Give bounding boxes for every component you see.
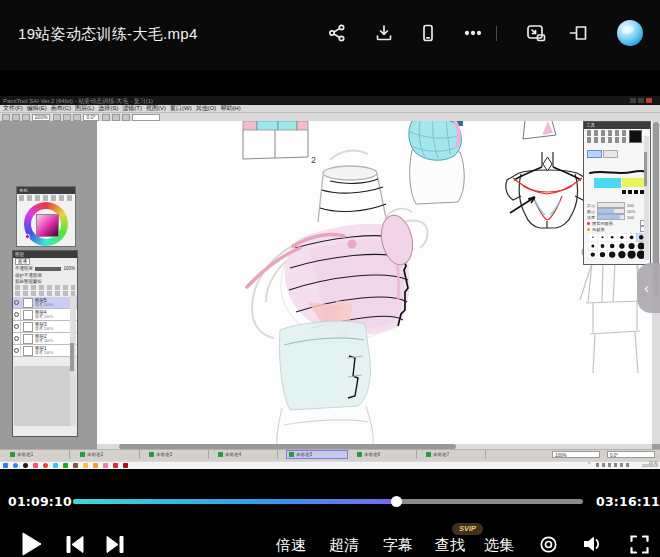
file-tab[interactable]: 未命名3 — [147, 450, 209, 459]
canvas-drawing: 2 — [0, 96, 660, 469]
layer-row-selected[interactable]: 图层5普通 100% — [13, 297, 77, 309]
visibility-icon[interactable] — [13, 345, 21, 356]
status-angle-field[interactable]: 0.0° — [607, 451, 655, 458]
progress-bar[interactable] — [73, 499, 583, 504]
opacity-slider[interactable] — [35, 267, 61, 271]
file-icon — [10, 452, 15, 457]
taskbar-app-icon[interactable] — [113, 463, 118, 468]
layer-row[interactable]: 图层2普通 100% — [13, 333, 77, 345]
chevron-left-icon: ‹ — [644, 280, 649, 296]
layer-thumbnail — [23, 346, 33, 356]
file-icon — [218, 452, 223, 457]
playlist-side-tab[interactable]: ‹ — [637, 263, 660, 313]
brush-chip-selected[interactable] — [587, 150, 602, 158]
taskbar-app-icon[interactable] — [53, 463, 58, 468]
quality-button[interactable]: 超清 — [329, 536, 359, 555]
taskbar-app-icon[interactable] — [33, 463, 38, 468]
brush-chip[interactable] — [603, 150, 618, 158]
visibility-icon[interactable] — [13, 321, 21, 332]
progress-knob[interactable] — [391, 496, 402, 507]
player-top-bar: 19站姿动态训练-大毛.mp4 — [0, 0, 660, 70]
cyan-color-swatch[interactable] — [594, 178, 621, 188]
previous-button[interactable] — [66, 536, 85, 557]
layer-option-1[interactable]: 保护不透明度 — [15, 273, 42, 278]
avatar-highlight — [621, 24, 635, 36]
taskbar-app-icon[interactable] — [93, 463, 98, 468]
foreground-color-swatch[interactable] — [629, 130, 642, 143]
volume-icon[interactable] — [582, 534, 603, 557]
taskbar-app-icon[interactable] — [103, 463, 108, 468]
hue-marker — [25, 234, 30, 239]
taskbar-app-icon[interactable] — [73, 463, 78, 468]
episodes-button[interactable]: 选集 — [484, 536, 514, 555]
file-tab[interactable]: 未命名7 — [424, 450, 486, 459]
progress-played — [73, 499, 397, 504]
visibility-icon[interactable] — [13, 309, 21, 320]
layer-option-2[interactable]: 剪贴图层蒙版 — [15, 279, 42, 284]
avatar[interactable] — [617, 20, 643, 46]
taskbar-app-icon[interactable] — [43, 463, 48, 468]
saturation-square[interactable] — [36, 214, 59, 237]
current-time: 01:09:10 — [8, 494, 72, 509]
phone-icon[interactable] — [415, 20, 441, 46]
color-wheel-panel[interactable]: 色轮 — [16, 186, 76, 247]
taskbar-app-icon[interactable] — [63, 463, 68, 468]
brush-size-grid[interactable] — [588, 233, 646, 259]
brush-stroke-preview — [588, 169, 648, 176]
visibility-icon[interactable] — [13, 333, 21, 344]
file-icon — [289, 452, 294, 457]
tool-icon-row[interactable] — [587, 137, 627, 143]
system-tray-icons[interactable] — [596, 463, 632, 467]
layer-thumbnail — [23, 334, 33, 344]
file-tab[interactable]: 未命名4 — [216, 450, 278, 459]
taskbar-app-icon[interactable] — [23, 463, 28, 468]
layer-thumbnail — [23, 310, 33, 320]
brush-texture-section[interactable]: 无材质 — [584, 226, 650, 232]
pip-icon[interactable] — [523, 20, 549, 46]
next-button[interactable] — [106, 536, 125, 557]
speed-button[interactable]: 倍速 — [276, 536, 306, 555]
layers-panel[interactable]: 图层 普通 不透明度 100% 保护不透明度 剪贴图层蒙版 图层5普通 100%… — [12, 250, 78, 437]
video-title: 19站姿动态训练-大毛.mp4 — [18, 25, 198, 44]
file-tab[interactable]: 未命名1 — [8, 450, 70, 459]
play-button[interactable] — [22, 532, 42, 557]
taskbar-clock[interactable]: 22:41 2023/6/18 — [634, 462, 658, 470]
file-tab[interactable]: 未命名6 — [355, 450, 417, 459]
file-tab-selected[interactable]: 未命名5 — [286, 450, 348, 459]
taskbar-app-icon[interactable] — [3, 463, 8, 468]
slider-value: 100 — [627, 203, 634, 208]
tray-caret[interactable]: ^ — [588, 461, 590, 467]
layer-toolbar-row[interactable] — [15, 285, 75, 290]
layer-row[interactable]: 图层1普通 100% — [13, 345, 77, 357]
file-tab[interactable]: 未命名2 — [78, 450, 140, 459]
slider-label: 浓度 — [587, 215, 595, 220]
download-icon[interactable] — [371, 20, 397, 46]
more-icon[interactable] — [460, 20, 486, 46]
brush-mode-row[interactable] — [584, 144, 650, 162]
total-time: 03:16:11 — [596, 494, 656, 509]
fullscreen-icon[interactable] — [630, 535, 649, 557]
layer-thumbnail — [23, 322, 33, 332]
tools-panel[interactable]: 工具 大小 100 最小 50% 浓度 100 通常的圆形 无材质 — [583, 121, 651, 265]
layer-toolbar-row[interactable] — [15, 291, 75, 296]
slider-value: 50% — [627, 209, 635, 214]
share-icon[interactable] — [324, 20, 350, 46]
opacity-brush-slider[interactable] — [597, 214, 625, 220]
mini-window-icon[interactable] — [566, 20, 592, 46]
tools-panel-title: 工具 — [584, 122, 650, 129]
subtitles-button[interactable]: 字幕 — [383, 536, 413, 555]
status-zoom-field[interactable]: 100% — [552, 451, 600, 458]
taskbar-app-icon[interactable] — [83, 463, 88, 468]
find-button[interactable]: 查找 — [435, 536, 465, 555]
layers-scrollbar[interactable] — [70, 296, 76, 426]
layer-row[interactable]: 图层4普通 100% — [13, 309, 77, 321]
color-panel-tabs[interactable] — [19, 195, 73, 201]
layer-row[interactable]: 图层3普通 100% — [13, 321, 77, 333]
taskbar-app-icon[interactable] — [13, 463, 18, 468]
blend-mode-select[interactable]: 普通 — [15, 258, 30, 265]
taskbar-app-icon[interactable] — [123, 463, 128, 468]
tool-icon-row[interactable] — [587, 130, 627, 136]
record-icon[interactable] — [538, 534, 559, 557]
tools-scrollbar[interactable] — [644, 136, 649, 260]
visibility-icon[interactable] — [13, 297, 21, 308]
